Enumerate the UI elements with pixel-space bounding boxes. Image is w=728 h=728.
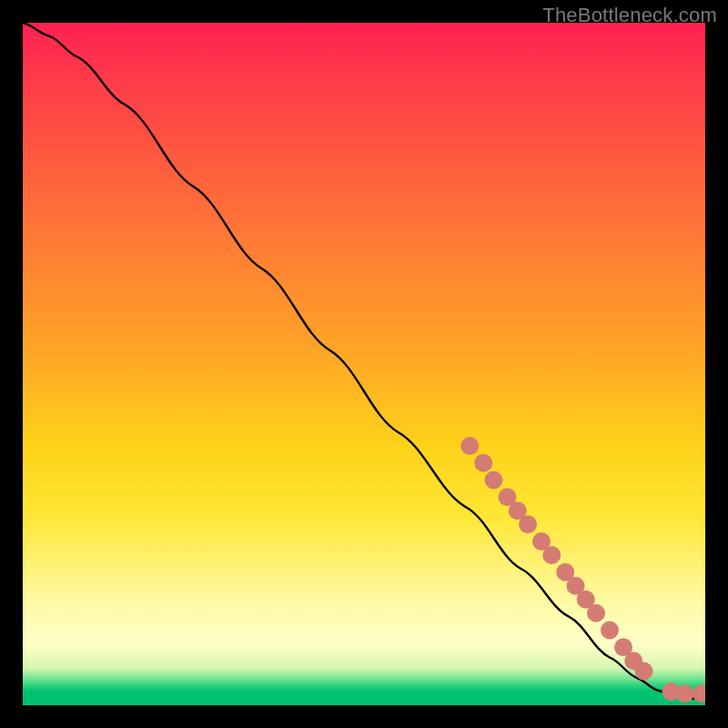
data-dot xyxy=(532,532,551,551)
data-dot xyxy=(662,682,681,701)
data-dot xyxy=(556,563,574,581)
data-dot xyxy=(485,471,503,490)
data-dot xyxy=(519,515,537,533)
data-dot xyxy=(509,501,527,520)
data-dot xyxy=(460,437,479,455)
data-dot xyxy=(577,591,595,609)
plot-area xyxy=(23,23,705,705)
data-dots xyxy=(460,437,705,703)
data-dot xyxy=(474,454,492,472)
data-dot xyxy=(601,622,619,640)
data-dot xyxy=(676,684,694,703)
data-dot xyxy=(567,577,585,595)
data-dot xyxy=(614,638,632,656)
data-dot xyxy=(542,546,561,564)
data-dot xyxy=(587,604,605,622)
data-dot xyxy=(635,662,653,681)
chart-svg xyxy=(23,23,705,705)
chart-stage: TheBottleneck.com xyxy=(0,0,728,728)
data-dot xyxy=(693,684,705,703)
data-dot xyxy=(499,488,517,506)
bottleneck-curve xyxy=(23,23,705,699)
data-dot xyxy=(624,652,642,670)
